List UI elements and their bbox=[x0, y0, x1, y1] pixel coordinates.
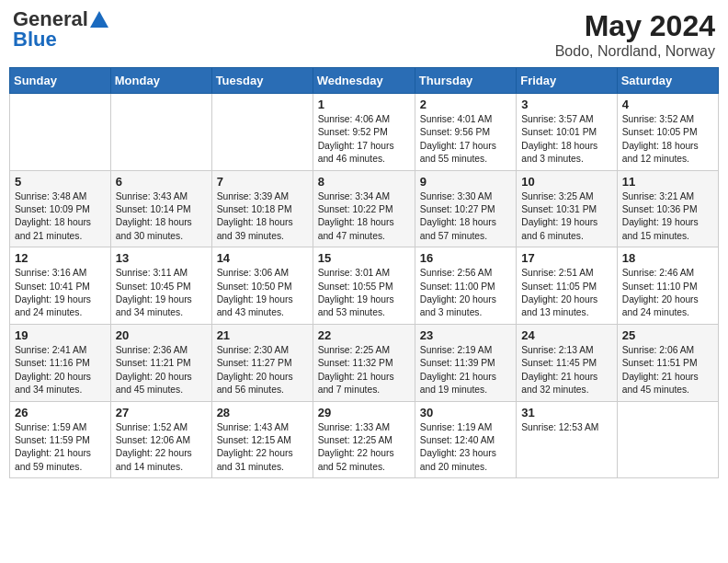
day-number: 4 bbox=[622, 98, 713, 111]
day-info: Sunrise: 1:33 AM Sunset: 12:25 AM Daylig… bbox=[318, 421, 410, 475]
calendar-day-25: 25Sunrise: 2:06 AM Sunset: 11:51 PM Dayl… bbox=[617, 324, 718, 401]
day-number: 5 bbox=[15, 175, 106, 189]
day-info: Sunrise: 2:13 AM Sunset: 11:45 PM Daylig… bbox=[521, 344, 611, 397]
day-info: Sunrise: 3:11 AM Sunset: 10:45 PM Daylig… bbox=[116, 267, 207, 320]
day-number: 19 bbox=[15, 328, 106, 342]
calendar-day-9: 9Sunrise: 3:30 AM Sunset: 10:27 PM Dayli… bbox=[415, 170, 516, 247]
day-info: Sunrise: 3:30 AM Sunset: 10:27 PM Daylig… bbox=[420, 190, 511, 244]
calendar-day-13: 13Sunrise: 3:11 AM Sunset: 10:45 PM Dayl… bbox=[110, 247, 211, 325]
calendar-day-8: 8Sunrise: 3:34 AM Sunset: 10:22 PM Dayli… bbox=[313, 170, 415, 247]
calendar-day-24: 24Sunrise: 2:13 AM Sunset: 11:45 PM Dayl… bbox=[517, 324, 617, 401]
day-info: Sunrise: 4:01 AM Sunset: 9:56 PM Dayligh… bbox=[420, 113, 511, 167]
day-info: Sunrise: 4:06 AM Sunset: 9:52 PM Dayligh… bbox=[318, 113, 410, 167]
calendar-empty-cell bbox=[617, 401, 718, 478]
calendar-day-16: 16Sunrise: 2:56 AM Sunset: 11:00 PM Dayl… bbox=[415, 247, 516, 325]
day-number: 31 bbox=[521, 406, 611, 419]
day-info: Sunrise: 12:53 AM bbox=[521, 421, 611, 434]
day-header-sunday: Sunday bbox=[10, 68, 111, 94]
day-info: Sunrise: 3:21 AM Sunset: 10:36 PM Daylig… bbox=[622, 190, 713, 244]
day-number: 25 bbox=[622, 328, 713, 342]
day-number: 27 bbox=[116, 406, 207, 419]
day-info: Sunrise: 3:01 AM Sunset: 10:55 PM Daylig… bbox=[318, 267, 410, 320]
day-info: Sunrise: 2:30 AM Sunset: 11:27 PM Daylig… bbox=[217, 344, 308, 397]
calendar-day-7: 7Sunrise: 3:39 AM Sunset: 10:18 PM Dayli… bbox=[211, 170, 313, 247]
day-number: 12 bbox=[15, 251, 106, 265]
day-number: 9 bbox=[420, 175, 511, 189]
calendar-day-26: 26Sunrise: 1:59 AM Sunset: 11:59 PM Dayl… bbox=[10, 401, 111, 478]
calendar-day-10: 10Sunrise: 3:25 AM Sunset: 10:31 PM Dayl… bbox=[517, 170, 617, 247]
calendar-week-row: 12Sunrise: 3:16 AM Sunset: 10:41 PM Dayl… bbox=[10, 247, 719, 325]
calendar-header-row: SundayMondayTuesdayWednesdayThursdayFrid… bbox=[10, 68, 719, 94]
calendar-week-row: 1Sunrise: 4:06 AM Sunset: 9:52 PM Daylig… bbox=[10, 94, 719, 171]
day-info: Sunrise: 3:16 AM Sunset: 10:41 PM Daylig… bbox=[15, 267, 106, 320]
day-info: Sunrise: 2:25 AM Sunset: 11:32 PM Daylig… bbox=[318, 344, 410, 397]
day-number: 28 bbox=[217, 406, 308, 419]
calendar-empty-cell bbox=[110, 94, 211, 171]
calendar-day-4: 4Sunrise: 3:52 AM Sunset: 10:05 PM Dayli… bbox=[617, 94, 718, 171]
title-area: May 2024 Bodo, Nordland, Norway bbox=[555, 9, 715, 60]
main-title: May 2024 bbox=[555, 9, 715, 43]
calendar-week-row: 5Sunrise: 3:48 AM Sunset: 10:09 PM Dayli… bbox=[10, 170, 719, 247]
day-number: 10 bbox=[521, 175, 611, 189]
day-header-friday: Friday bbox=[517, 68, 617, 94]
logo-general-text: General bbox=[13, 9, 88, 29]
day-number: 23 bbox=[420, 328, 511, 342]
day-number: 30 bbox=[420, 406, 511, 419]
day-header-saturday: Saturday bbox=[617, 68, 718, 94]
day-number: 6 bbox=[116, 175, 207, 189]
calendar-day-1: 1Sunrise: 4:06 AM Sunset: 9:52 PM Daylig… bbox=[313, 94, 415, 171]
calendar-day-20: 20Sunrise: 2:36 AM Sunset: 11:21 PM Dayl… bbox=[110, 324, 211, 401]
day-info: Sunrise: 2:19 AM Sunset: 11:39 PM Daylig… bbox=[420, 344, 511, 397]
calendar-day-27: 27Sunrise: 1:52 AM Sunset: 12:06 AM Dayl… bbox=[110, 401, 211, 478]
day-number: 16 bbox=[420, 251, 511, 265]
calendar-day-3: 3Sunrise: 3:57 AM Sunset: 10:01 PM Dayli… bbox=[517, 94, 617, 171]
calendar-day-17: 17Sunrise: 2:51 AM Sunset: 11:05 PM Dayl… bbox=[517, 247, 617, 325]
day-info: Sunrise: 2:56 AM Sunset: 11:00 PM Daylig… bbox=[420, 267, 511, 320]
calendar-week-row: 19Sunrise: 2:41 AM Sunset: 11:16 PM Dayl… bbox=[10, 324, 719, 401]
day-info: Sunrise: 3:52 AM Sunset: 10:05 PM Daylig… bbox=[622, 113, 713, 167]
day-number: 21 bbox=[217, 328, 308, 342]
day-info: Sunrise: 3:43 AM Sunset: 10:14 PM Daylig… bbox=[116, 190, 207, 244]
day-header-monday: Monday bbox=[110, 68, 211, 94]
day-number: 24 bbox=[521, 328, 611, 342]
calendar-day-23: 23Sunrise: 2:19 AM Sunset: 11:39 PM Dayl… bbox=[415, 324, 516, 401]
day-number: 13 bbox=[116, 251, 207, 265]
day-info: Sunrise: 1:19 AM Sunset: 12:40 AM Daylig… bbox=[420, 421, 511, 475]
day-info: Sunrise: 2:06 AM Sunset: 11:51 PM Daylig… bbox=[622, 344, 713, 397]
calendar-day-6: 6Sunrise: 3:43 AM Sunset: 10:14 PM Dayli… bbox=[110, 170, 211, 247]
day-info: Sunrise: 1:52 AM Sunset: 12:06 AM Daylig… bbox=[116, 421, 207, 475]
logo-blue-text: Blue bbox=[13, 29, 57, 50]
calendar-day-21: 21Sunrise: 2:30 AM Sunset: 11:27 PM Dayl… bbox=[211, 324, 313, 401]
day-header-tuesday: Tuesday bbox=[211, 68, 313, 94]
calendar-day-30: 30Sunrise: 1:19 AM Sunset: 12:40 AM Dayl… bbox=[415, 401, 516, 478]
day-info: Sunrise: 3:06 AM Sunset: 10:50 PM Daylig… bbox=[217, 267, 308, 320]
day-number: 11 bbox=[622, 175, 713, 189]
page-header: General Blue May 2024 Bodo, Nordland, No… bbox=[9, 9, 719, 60]
calendar-day-22: 22Sunrise: 2:25 AM Sunset: 11:32 PM Dayl… bbox=[313, 324, 415, 401]
day-number: 18 bbox=[622, 251, 713, 265]
calendar-day-18: 18Sunrise: 2:46 AM Sunset: 11:10 PM Dayl… bbox=[617, 247, 718, 325]
subtitle: Bodo, Nordland, Norway bbox=[555, 43, 715, 60]
day-info: Sunrise: 2:51 AM Sunset: 11:05 PM Daylig… bbox=[521, 267, 611, 320]
day-number: 17 bbox=[521, 251, 611, 265]
calendar-day-31: 31Sunrise: 12:53 AM bbox=[517, 401, 617, 478]
day-info: Sunrise: 3:48 AM Sunset: 10:09 PM Daylig… bbox=[15, 190, 106, 244]
day-header-wednesday: Wednesday bbox=[313, 68, 415, 94]
day-number: 3 bbox=[521, 98, 611, 111]
calendar-day-15: 15Sunrise: 3:01 AM Sunset: 10:55 PM Dayl… bbox=[313, 247, 415, 325]
day-info: Sunrise: 3:39 AM Sunset: 10:18 PM Daylig… bbox=[217, 190, 308, 244]
calendar-day-2: 2Sunrise: 4:01 AM Sunset: 9:56 PM Daylig… bbox=[415, 94, 516, 171]
calendar-day-12: 12Sunrise: 3:16 AM Sunset: 10:41 PM Dayl… bbox=[10, 247, 111, 325]
day-info: Sunrise: 2:46 AM Sunset: 11:10 PM Daylig… bbox=[622, 267, 713, 320]
day-number: 29 bbox=[318, 406, 410, 419]
day-info: Sunrise: 3:57 AM Sunset: 10:01 PM Daylig… bbox=[521, 113, 611, 167]
day-number: 20 bbox=[116, 328, 207, 342]
day-info: Sunrise: 3:25 AM Sunset: 10:31 PM Daylig… bbox=[521, 190, 611, 244]
calendar-day-19: 19Sunrise: 2:41 AM Sunset: 11:16 PM Dayl… bbox=[10, 324, 111, 401]
calendar-table: SundayMondayTuesdayWednesdayThursdayFrid… bbox=[9, 67, 719, 478]
calendar-day-5: 5Sunrise: 3:48 AM Sunset: 10:09 PM Dayli… bbox=[10, 170, 111, 247]
calendar-day-28: 28Sunrise: 1:43 AM Sunset: 12:15 AM Dayl… bbox=[211, 401, 313, 478]
day-number: 26 bbox=[15, 406, 106, 419]
calendar-empty-cell bbox=[211, 94, 313, 171]
logo-triangle-icon bbox=[90, 11, 108, 28]
